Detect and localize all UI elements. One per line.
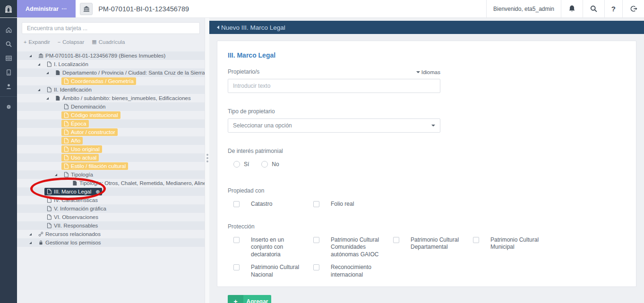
tree-item[interactable]: Ámbito / subámbito: bienes_inmuebles, Ed… [17,94,205,102]
tree-item[interactable]: Tipología: Otros, Chalet, Remetida, Medi… [17,179,205,187]
tree-caret[interactable] [38,63,44,66]
owner-field-head: Propietario/s Idiomas [228,68,440,75]
form-header-title: Nuevo III. Marco Legal [221,24,285,31]
administrar-label: Administrar [26,6,59,12]
tree-item-label: Tipología: Otros, Chalet, Remetida, Medi… [79,180,205,186]
collapse-label: Colapsar [62,39,84,45]
tree-item[interactable]: VII. Responsables [17,221,205,230]
expand-button[interactable]: + Expandir [24,39,50,45]
checkbox-icon[interactable] [233,264,240,270]
protection-option-label: Patrimonio Cultural Comunidades autónoma… [331,236,386,259]
tree-caret[interactable] [38,89,44,91]
tree-item[interactable]: VI. Observaciones [17,213,205,221]
record-type-button[interactable] [80,3,93,15]
tree-item[interactable]: Estilo / filiación cultural [17,162,205,170]
grid-view-button[interactable]: ▦ Cuadrícula [92,39,125,45]
tree-item[interactable]: Código institucional [17,111,205,119]
tree-caret[interactable] [29,55,36,57]
tree-search-input[interactable] [22,22,200,34]
tree-item[interactable]: III. Marco Legal⊕ [17,187,205,196]
help-button[interactable]: ? [604,0,622,17]
protection-option[interactable]: Patrimonio Cultural Nacional [233,264,313,278]
tree-item[interactable]: Coordenadas / Geometría [17,77,205,85]
radio-no[interactable]: No [261,161,279,168]
home-icon[interactable] [0,23,17,37]
file-icon [47,61,52,67]
protection-option-label: Patrimonio Cultural Nacional [251,264,307,278]
tree-node-chip: Ámbito / subámbito: bienes_inmuebles, Ed… [53,94,193,102]
protection-option[interactable]: Patrimonio Cultural Municipal [473,236,553,259]
languages-dropdown[interactable]: Idiomas [416,69,440,75]
checkbox-icon[interactable] [313,201,319,207]
cards-icon[interactable] [0,51,17,65]
notifications-button[interactable] [561,0,583,17]
tree-item[interactable]: Denominación [17,102,205,111]
search-icon[interactable] [0,37,17,51]
tree-item[interactable]: Recursos relacionados [17,230,205,238]
owner-input[interactable] [228,79,440,93]
tree-item[interactable]: Año [17,136,205,145]
checkbox-icon[interactable] [473,237,479,243]
collapse-button[interactable]: − Colapsar [58,39,84,45]
tree-node-chip: IV. Características [44,196,100,204]
expand-label: Expandir [28,39,50,45]
tree-item[interactable]: V. Información gráfica [17,204,205,213]
administrar-menu-button[interactable]: Administrar ⋯ [17,0,76,17]
tree-item[interactable]: I. Localización [17,60,205,68]
book-icon[interactable] [0,65,17,79]
tree-caret[interactable] [29,242,36,244]
tree-caret[interactable] [29,233,36,236]
tree-item[interactable]: Departamento / Provincia / Ciudad: Santa… [17,68,205,77]
tree-item[interactable]: IV. Características [17,196,205,204]
user-icon[interactable] [0,79,17,93]
tree-item[interactable]: Autor / constructor [17,128,205,136]
tree-item-label: II. Identificación [54,87,92,93]
property-option[interactable]: Catastro [233,201,313,208]
protection-option[interactable]: Patrimonio Cultural Comunidades autónoma… [313,236,393,259]
grid-label: Cuadrícula [99,39,125,45]
checkbox-icon[interactable] [313,264,319,270]
logout-button[interactable] [622,0,644,17]
tree-caret[interactable] [46,97,53,100]
property-option[interactable]: Folio real [313,201,393,208]
radio-yes[interactable]: Sí [233,161,249,168]
form-header-bar[interactable]: Nuevo III. Marco Legal [209,21,644,34]
tree-item-label: PM-070101-BI-01-123456789 (Bienes Inmueb… [45,53,165,59]
plus-circle-icon[interactable]: ⊕ [95,189,100,195]
welcome-text: Bienvenido, eta5_admin [486,0,561,17]
checkbox-icon[interactable] [393,237,399,243]
checkbox-icon[interactable] [233,201,240,207]
grid-icon: ▦ [92,39,96,45]
tree-node-chip: III. Marco Legal⊕ [44,188,102,195]
add-button[interactable]: + Agregar [228,295,271,303]
global-search-button[interactable] [583,0,604,17]
tree-item[interactable]: PM-070101-BI-01-123456789 (Bienes Inmueb… [17,51,205,60]
file-icon [64,155,69,160]
tree-item-label: I. Localización [54,61,88,67]
panel-splitter[interactable] [205,18,209,303]
app-logo[interactable] [0,0,17,17]
checkbox-icon[interactable] [233,237,240,243]
tree-item[interactable]: II. Identificación [17,85,205,94]
radio-yes-label: Sí [244,161,249,168]
tree-item[interactable]: Tipología [17,170,205,179]
protection-option-label: Inserto en un conjunto con declaratoria [251,236,307,259]
gear-icon[interactable] [0,100,17,114]
tree-caret[interactable] [55,174,61,176]
tree-node-chip: Uso actual [61,154,99,161]
help-icon: ? [611,5,616,13]
checkbox-icon[interactable] [313,237,319,243]
tree-item[interactable]: Uso original [17,145,205,153]
tree-caret[interactable] [46,72,53,74]
protection-option[interactable]: Patrimonio Cultural Departamental [393,236,473,259]
tree-item[interactable]: Gestionar los permisos [17,238,205,247]
owner-type-select[interactable]: Seleccionar una opción [228,118,440,133]
protection-option[interactable]: Reconocimiento internacional [313,264,393,278]
file-icon [64,129,69,135]
tree-item[interactable]: Época [17,119,205,128]
tree-item[interactable]: Uso actual [17,153,205,162]
protection-option-label: Reconocimiento internacional [331,264,386,278]
tree-item-label: Código institucional [71,112,118,118]
protection-option[interactable]: Inserto en un conjunto con declaratoria [233,236,313,259]
tree-node-chip: Época [61,120,89,127]
